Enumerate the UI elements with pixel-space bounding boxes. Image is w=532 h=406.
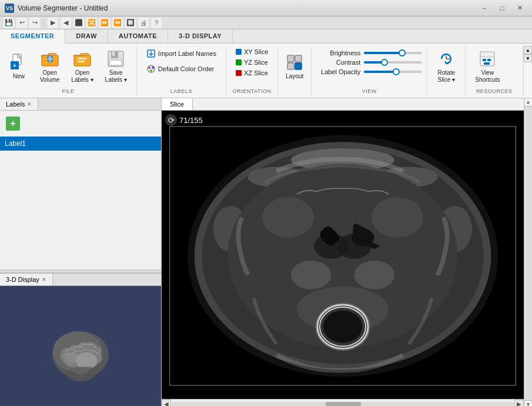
ribbon-scroll-down[interactable]: ▼ — [524, 54, 532, 62]
view-shortcuts-button[interactable]: ViewShortcuts — [470, 47, 504, 86]
tab-3d-display[interactable]: 3-D DISPLAY — [168, 29, 233, 43]
qa-save-button[interactable]: 💾 — [4, 18, 14, 28]
3d-display-tab-close[interactable]: ✕ — [42, 277, 46, 282]
qa-help-button[interactable]: ? — [151, 18, 162, 28]
open-labels-button[interactable]: OpenLabels ▾ — [66, 47, 98, 86]
labels-panel-content: + Label1 — [0, 111, 161, 269]
rotate-slice-button[interactable]: RotateSlice ▾ — [432, 47, 460, 86]
svg-point-49 — [372, 197, 423, 237]
view-shortcuts-label: ViewShortcuts — [475, 69, 500, 84]
svg-point-32 — [76, 352, 97, 369]
main-area: Labels ✕ + Label1 3-D Display ✕ — [0, 98, 532, 406]
app-icon: VS — [5, 4, 14, 13]
brightness-fill — [364, 52, 401, 54]
scroll-right-button[interactable]: ▶ — [514, 400, 524, 407]
qa-icon6[interactable]: ⏪ — [112, 18, 123, 28]
slice-counter-text: 71/155 — [179, 116, 203, 125]
layout-content: Layout — [280, 47, 309, 94]
vscroll-up-button[interactable]: ▲ — [524, 98, 533, 107]
brightness-thumb[interactable] — [399, 49, 406, 56]
title-text: Volume Segmenter - Untitled — [18, 4, 108, 12]
qa-icon2[interactable]: ◀ — [61, 18, 71, 28]
default-color-order-button[interactable]: Default Color Order — [142, 62, 219, 75]
svg-rect-19 — [287, 55, 294, 62]
ribbon-scroll-up[interactable]: ▲ — [524, 46, 532, 54]
slice-viewer: ⟳ 71/155 — [162, 111, 524, 399]
xy-slice-button[interactable]: XY Slice — [231, 47, 273, 56]
slice-nav-icon[interactable]: ⟳ — [165, 114, 177, 126]
contrast-thumb[interactable] — [381, 59, 388, 66]
svg-rect-28 — [487, 59, 491, 61]
qa-icon3[interactable]: ⬛ — [73, 18, 84, 28]
svg-rect-11 — [112, 51, 115, 56]
xz-dot — [236, 70, 242, 76]
layout-icon — [285, 53, 304, 72]
orientation-group-label: ORIENTATION — [226, 88, 277, 94]
3d-display-tab[interactable]: 3-D Display ✕ — [0, 274, 53, 285]
layout-label: Layout — [286, 73, 303, 80]
ribbon-scroll: ▲ ▼ — [523, 46, 532, 95]
svg-point-16 — [148, 66, 150, 69]
brightness-track[interactable] — [364, 52, 422, 54]
new-button[interactable]: + New — [5, 51, 33, 82]
scroll-thumb[interactable] — [326, 402, 361, 407]
svg-point-57 — [291, 261, 331, 289]
label1-color-swatch — [147, 139, 156, 148]
open-volume-icon — [41, 49, 59, 68]
tab-segmenter[interactable]: SEGMENTER — [0, 29, 65, 44]
open-volume-button[interactable]: OpenVolume — [35, 47, 64, 86]
tab-draw[interactable]: DRAW — [65, 29, 108, 43]
svg-point-33 — [65, 352, 79, 363]
viewer-tab-bar: Slice — [162, 98, 524, 111]
svg-point-56 — [323, 311, 362, 343]
qa-redo-button[interactable]: ↪ — [29, 18, 40, 28]
labels-tab-close[interactable]: ✕ — [27, 101, 32, 107]
layout-button[interactable]: Layout — [280, 51, 309, 82]
resources-content: ViewShortcuts — [470, 47, 504, 94]
qa-icon4[interactable]: 🔀 — [86, 18, 97, 28]
yz-dot — [236, 59, 242, 65]
qa-separator — [44, 19, 44, 27]
tab-automate[interactable]: AUTOMATE — [108, 29, 168, 43]
add-label-button[interactable]: + — [6, 117, 20, 131]
qa-icon5[interactable]: ⏩ — [99, 18, 110, 28]
xz-slice-button[interactable]: XZ Slice — [231, 68, 273, 78]
svg-rect-21 — [287, 63, 294, 69]
svg-rect-20 — [295, 55, 302, 62]
qa-icon8[interactable]: 🖨 — [138, 18, 149, 28]
svg-rect-27 — [483, 59, 486, 61]
qa-icon1[interactable]: ▶ — [48, 18, 58, 28]
save-labels-label: SaveLabels ▾ — [105, 69, 127, 84]
sliders-group: Brightness Contrast — [316, 49, 422, 84]
minimize-button[interactable]: − — [477, 3, 492, 14]
resources-group-label: RESOURCES — [466, 88, 523, 94]
vscroll-down-button[interactable]: ▼ — [524, 400, 533, 406]
quick-access-toolbar: 💾 ↩ ↪ ▶ ◀ ⬛ 🔀 ⏩ ⏪ 🔲 🖨 ? — [0, 16, 532, 29]
scroll-left-button[interactable]: ◀ — [162, 400, 171, 407]
qa-undo-button[interactable]: ↩ — [16, 18, 27, 28]
yz-slice-button[interactable]: YZ Slice — [231, 58, 273, 67]
scroll-track[interactable] — [172, 402, 514, 407]
brain-mri-svg — [162, 111, 524, 399]
qa-icon7[interactable]: 🔲 — [125, 18, 136, 28]
label-item-label1[interactable]: Label1 — [0, 137, 161, 151]
import-label-names-button[interactable]: Import Label Names — [142, 47, 221, 60]
labels-tab[interactable]: Labels ✕ — [0, 98, 38, 110]
svg-rect-29 — [484, 62, 490, 65]
close-button[interactable]: ✕ — [512, 3, 527, 14]
vscroll-track[interactable] — [524, 107, 533, 400]
label-opacity-fill — [364, 71, 396, 73]
labels-tab-bar: Labels ✕ — [0, 98, 161, 111]
slice-buttons: XY Slice YZ Slice XZ Slice — [231, 47, 273, 94]
slice-tab[interactable]: Slice — [162, 98, 193, 110]
svg-point-18 — [150, 69, 152, 72]
xy-dot — [236, 49, 242, 55]
save-labels-button[interactable]: SaveLabels ▾ — [101, 47, 132, 86]
label-opacity-thumb[interactable] — [393, 68, 400, 75]
maximize-button[interactable]: □ — [494, 3, 510, 14]
contrast-track[interactable] — [364, 61, 422, 64]
svg-point-48 — [262, 197, 314, 237]
rotate-icon — [437, 49, 456, 68]
label-opacity-track[interactable] — [364, 71, 422, 73]
new-label: New — [13, 73, 25, 80]
